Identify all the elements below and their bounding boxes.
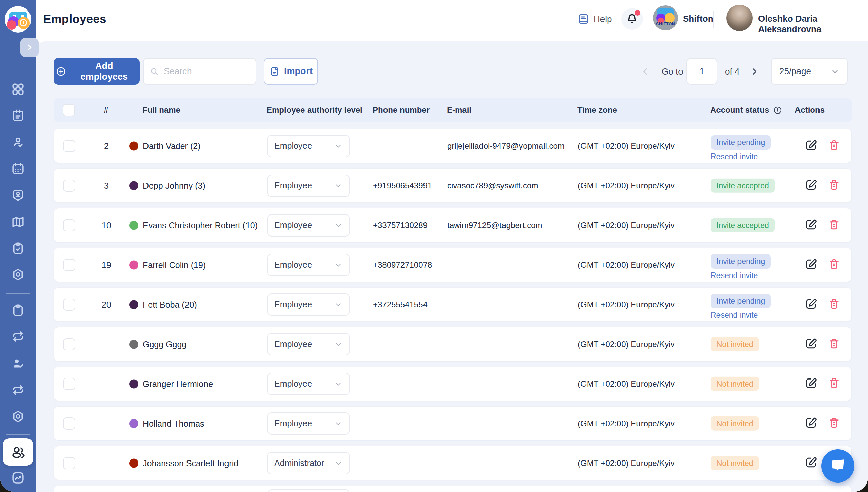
employee-name: Darth Vader (2) [143,141,200,151]
resend-invite-link[interactable]: Resend invite [711,271,758,280]
sidebar-item-availability[interactable] [11,135,25,150]
sidebar-item-id-badge[interactable] [11,188,25,203]
edit-icon [805,179,817,191]
table-row: Granger HermioneEmployee(GMT +02:00) Eur… [54,367,852,401]
edit-employee-button[interactable] [805,218,817,232]
authority-select[interactable]: Employee [267,214,350,237]
table-row: Gggg GgggEmployee(GMT +02:00) Europe/Kyi… [54,327,852,361]
user-name[interactable]: Oleshko Daria Aleksandrovna [758,14,868,35]
delete-employee-button[interactable] [828,298,840,311]
table-row: Holland ThomasEmployee(GMT +02:00) Europ… [54,406,852,440]
sidebar-item-dashboard[interactable] [11,82,25,97]
sidebar-expand-button[interactable] [20,38,39,57]
chat-widget-button[interactable] [821,449,854,483]
page-size-select[interactable]: 25/page [771,58,848,85]
add-employees-label: Add employees [71,61,138,82]
resend-invite-link[interactable]: Resend invite [711,311,758,320]
sidebar-item-settings[interactable] [11,409,25,424]
company-avatar[interactable]: SHIFTON [653,5,678,30]
chevron-down-icon [334,182,342,190]
row-checkbox[interactable] [63,457,75,469]
delete-employee-button[interactable] [828,258,840,272]
authority-select[interactable]: Employee [267,135,350,157]
sidebar-item-reports-board[interactable] [11,303,25,318]
sidebar-item-schedule[interactable] [11,108,25,123]
sidebar-item-automation[interactable] [11,267,25,282]
edit-employee-button[interactable] [805,139,817,153]
sidebar-item-rotation[interactable] [11,383,25,397]
info-icon[interactable] [773,106,782,115]
pagination-next-button[interactable] [749,66,760,78]
help-button[interactable]: Help [577,13,612,25]
authority-select[interactable] [267,489,350,492]
status-badge: Invite pending [711,135,771,150]
sidebar-divider [6,434,30,435]
edit-icon [805,298,817,310]
authority-select[interactable]: Administrator [267,452,350,474]
edit-employee-button[interactable] [805,179,817,193]
analytics-chart-icon [11,471,25,485]
app-logo[interactable] [5,6,31,33]
employee-color-dot [129,458,138,468]
notifications-button[interactable] [621,8,643,30]
edit-employee-button[interactable] [805,377,817,391]
user-avatar[interactable] [726,5,753,31]
sidebar-item-employees-active[interactable] [3,438,33,466]
swap-arrows-icon [11,383,25,397]
employee-timezone: (GMT +02:00) Europe/Kyiv [578,379,675,389]
edit-employee-button[interactable] [805,337,817,351]
employee-timezone: (GMT +02:00) Europe/Kyiv [578,141,675,151]
delete-employee-button[interactable] [828,139,840,153]
status-badge: Invite pending [711,294,771,308]
row-checkbox[interactable] [63,299,75,311]
delete-employee-button[interactable] [828,417,840,430]
row-checkbox[interactable] [63,259,75,271]
sidebar-item-analytics[interactable] [11,470,25,485]
pagination-goto-label: Go to [662,66,683,77]
add-employees-button[interactable]: Add employees [54,58,140,85]
authority-select[interactable]: Employee [267,412,350,435]
authority-select[interactable]: Employee [267,175,350,197]
import-button[interactable]: Import [264,58,318,85]
delete-employee-button[interactable] [828,337,840,351]
tasks-clipboard-icon [11,241,25,255]
sidebar-item-shift-swap[interactable] [11,329,25,344]
select-all-checkbox[interactable] [63,104,75,116]
row-checkbox[interactable] [63,219,75,231]
authority-select[interactable]: Employee [267,254,350,276]
row-index: 3 [98,181,115,190]
chevron-down-icon [334,459,342,467]
edit-employee-button[interactable] [805,416,817,431]
delete-employee-button[interactable] [828,179,840,192]
company-name[interactable]: Shifton [683,14,713,24]
row-checkbox[interactable] [63,140,75,152]
row-checkbox[interactable] [63,338,75,350]
edit-employee-button[interactable] [805,298,817,312]
sidebar-item-tasks[interactable] [11,241,25,256]
edit-icon [805,218,817,231]
authority-select[interactable]: Employee [267,373,350,395]
search-input[interactable] [163,66,250,77]
edit-employee-button[interactable] [805,258,817,272]
employee-name: Depp Johnny (3) [143,181,205,190]
row-checkbox[interactable] [63,180,75,192]
sidebar-item-approvals[interactable] [11,356,25,371]
row-checkbox[interactable] [63,378,75,390]
pagination-prev-button[interactable] [640,66,650,78]
settings-hexagon-icon [11,268,25,282]
authority-select[interactable]: Employee [267,333,350,355]
pagination-page-input[interactable] [686,58,717,85]
edit-employee-button[interactable] [805,456,817,470]
employee-name: Johansson Scarlett Ingrid [143,458,238,468]
sidebar [0,0,36,492]
employee-timezone: (GMT +02:00) Europe/Kyiv [578,340,675,349]
row-checkbox[interactable] [63,417,75,430]
sidebar-item-map[interactable] [11,214,25,229]
employee-email: civasoc789@syswift.com [447,181,538,190]
delete-employee-button[interactable] [828,219,840,232]
resend-invite-link[interactable]: Resend invite [711,152,758,161]
delete-employee-button[interactable] [828,377,840,391]
sidebar-item-calendar[interactable] [11,161,25,176]
table-row-partial [54,486,852,492]
authority-select[interactable]: Employee [267,293,350,316]
